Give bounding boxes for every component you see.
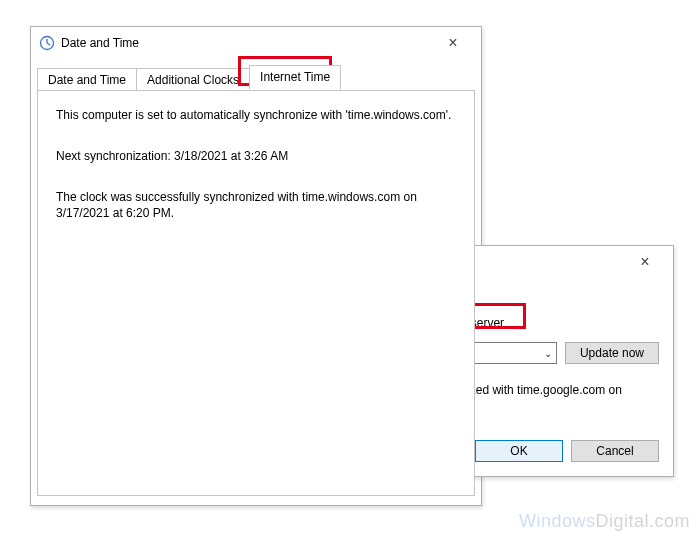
next-sync-text: Next synchronization: 3/18/2021 at 3:26 … xyxy=(56,148,456,165)
close-icon[interactable]: × xyxy=(433,34,473,52)
update-now-button[interactable]: Update now xyxy=(565,342,659,364)
tab-content: This computer is set to automatically sy… xyxy=(37,90,475,496)
clock-icon xyxy=(39,35,55,51)
cancel-button[interactable]: Cancel xyxy=(571,440,659,462)
window-title: Date and Time xyxy=(61,36,433,50)
close-icon[interactable]: × xyxy=(625,253,665,271)
date-time-window: Date and Time × Date and Time Additional… xyxy=(30,26,482,506)
tab-internet-time[interactable]: Internet Time xyxy=(249,65,341,90)
svg-line-2 xyxy=(47,43,50,45)
tab-additional-clocks[interactable]: Additional Clocks xyxy=(136,68,250,92)
tab-date-and-time[interactable]: Date and Time xyxy=(37,68,137,92)
watermark: WindowsDigital.com xyxy=(519,511,690,532)
tabstrip: Date and Time Additional Clocks Internet… xyxy=(31,59,481,90)
chevron-down-icon: ⌄ xyxy=(544,348,552,359)
ok-button[interactable]: OK xyxy=(475,440,563,462)
sync-info-text: This computer is set to automatically sy… xyxy=(56,107,456,124)
last-sync-text: The clock was successfully synchronized … xyxy=(56,189,456,223)
titlebar: Date and Time × xyxy=(31,27,481,59)
